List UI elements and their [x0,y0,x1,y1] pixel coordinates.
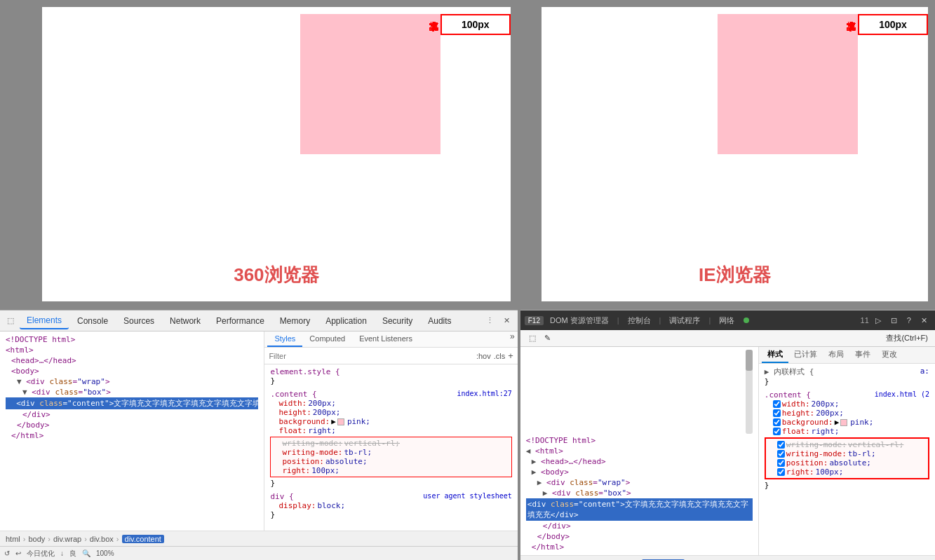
styles-tab-styles[interactable]: Styles [267,332,302,347]
ie-dom-body: ▶ <body> [526,467,753,477]
f12-badge: F12 [525,316,544,325]
ie-content-rule-block: .content { index.html (2 width: 200px; h… [765,390,929,490]
ie-height-checkbox[interactable] [773,409,781,417]
ie-toolbar-close[interactable]: ✕ [917,315,931,327]
element-style-block: element.style { } [270,367,511,385]
dom-line-body: <body> [6,366,258,376]
ie-tab-layout[interactable]: 布局 [823,347,849,363]
ie-tab-styles[interactable]: 样式 [762,347,788,363]
content-rule-header: .content { index.html:27 [270,390,511,399]
dom-line-html: <html> [6,345,258,355]
ie-tab-debugger[interactable]: 调试程序 [666,314,704,327]
div-rule-close: } [270,510,511,519]
status-zoom: 100% [96,549,114,557]
ie-dom-content-selected[interactable]: <div class="content">文字填充充文字填充文字填充充文字填充充… [526,498,753,521]
dom-line-wrap: ▼ <div class="wrap"> [6,376,258,387]
breadcrumb-content-selected[interactable]: div.content [122,535,164,543]
ie-dom-box: ▶ <div class="box"> [526,488,753,498]
css-right-line: right: 100px; [274,466,508,475]
dom-line-box: ▼ <div class="box"> [6,387,258,397]
dom-tree-left: <!DOCTYPE html> <html> <head>…</head> <b… [0,332,264,531]
element-picker-icon[interactable]: ⬚ [3,313,18,329]
ie-wm1-checkbox[interactable] [777,441,785,449]
breadcrumb-box[interactable]: div.box [90,535,114,543]
tab-network[interactable]: Network [163,313,208,329]
devtools-toolbar: ⬚ Elements Console Sources Network Perfo… [0,310,518,332]
ie-element-picker-icon[interactable]: ⬚ [525,331,540,346]
status-refresh-icon[interactable]: ↺ [4,549,10,557]
tab-console[interactable]: Console [70,313,115,329]
dom-line-doctype: <!DOCTYPE html> [6,334,258,345]
ie-badge-11: 11 [861,316,869,325]
ie-inline-style-label: ▶ 内联样式 { a: [765,367,929,377]
ie-dom-html-close: </html> [526,542,753,552]
css-writing-mode-strikethrough: writing-mode: vertical-rl; [274,439,508,448]
breadcrumb-html[interactable]: html [6,535,20,543]
ie-css-writing-mode-tb: writing-mode: tb-rl; [769,449,925,458]
styles-tab-computed[interactable]: Computed [302,332,352,347]
styles-tab-event-listeners[interactable]: Event Listeners [352,332,419,347]
ie-breadcrumb: html › body › div.wrap › div.box › div.c… [520,555,935,560]
tab-security[interactable]: Security [375,313,419,329]
ie-find-label: 查找(Ctrl+F) [886,333,928,343]
ie-right-checkbox[interactable] [777,468,785,476]
more-options-icon[interactable]: ⋮ [483,313,498,329]
main-container: 文字填充文字填充文字填充文字填充文字填充文字填充文字填充文字填充文字填充文字填充… [0,0,935,560]
ie-content-rule-header: .content { index.html (2 [765,390,929,399]
status-search[interactable]: 🔍 [82,549,90,557]
content-rule-close: } [270,479,511,488]
filter-plus-icon[interactable]: + [508,350,513,361]
close-devtools-icon[interactable]: ✕ [499,313,515,329]
ie-background-checkbox[interactable] [773,418,781,426]
ie-tab-changes[interactable]: 更改 [876,347,903,363]
ie-tab-computed[interactable]: 已计算 [788,347,823,363]
filter-cls[interactable]: .cls [494,352,506,360]
ie-toolbar-icon2[interactable]: ⊡ [887,315,901,327]
ie-dom-doctype: <!DOCTYPE html> [526,435,753,446]
ie-toolbar-icon3[interactable]: ? [903,315,915,326]
status-down-icon[interactable]: ↓ [60,549,64,557]
dom-line-html-close: </html> [6,430,258,441]
filter-input[interactable] [269,352,473,360]
dom-line-head: <head>…</head> [6,355,258,366]
breadcrumb-wrap[interactable]: div.wrap [53,535,81,543]
filter-bar: :hov .cls + [264,348,517,364]
ie-tab-console[interactable]: 控制台 [624,314,654,327]
element-style-close: } [270,376,511,385]
div-rule-header: div { user agent stylesheet [270,492,511,501]
dom-line-content-selected[interactable]: <div class="content">文字填充文字填充文字填充文字填充文字填… [6,397,258,409]
ie-dom-div-close: </div> [526,521,753,531]
tab-audits[interactable]: Audits [421,313,458,329]
ie-tab-network[interactable]: 网络 [715,314,738,327]
css-writing-mode-tb: writing-mode: tb-rl; [274,448,508,457]
ie-element-icon2[interactable]: ✎ [540,331,556,346]
tab-memory[interactable]: Memory [273,313,317,329]
breadcrumb-body[interactable]: body [28,535,45,543]
ie-css-rules: ▶ 内联样式 { a: } .content { index.html (2 [759,364,935,555]
ie-wm2-checkbox[interactable] [777,450,785,458]
ie-inline-style-close: } [765,377,929,386]
tab-elements[interactable]: Elements [20,313,69,329]
dom-line-div-close: </div> [6,409,258,420]
status-options[interactable]: 良 [69,549,76,559]
devtools-breadcrumb-left: html › body › div.wrap › div.box › div.c… [0,531,518,546]
ie-float-checkbox[interactable] [773,428,781,435]
ie-pos-checkbox[interactable] [777,459,785,467]
ie-css-background: background: ▶ pink; [765,418,929,427]
tab-sources[interactable]: Sources [116,313,161,329]
ie-width-checkbox[interactable] [773,400,781,408]
ie-dom-scroll [526,350,753,434]
filter-hov[interactable]: :hov [476,352,491,360]
ie-toolbar-icon1[interactable]: ▷ [872,315,884,327]
css-display-line: display: block; [270,501,511,510]
ie-tab-event[interactable]: 事件 [849,347,876,363]
styles-expand-icon[interactable]: » [510,332,515,347]
ie-tab-dom[interactable]: DOM 资源管理器 [546,314,612,327]
status-undo-icon[interactable]: ↩ [15,549,21,557]
ie-writing-mode-highlight: writing-mode: vertical-rl; writing-mode:… [765,437,929,479]
ie-css-width: width: 200px; [765,399,929,409]
tab-performance[interactable]: Performance [209,313,271,329]
tab-application[interactable]: Application [318,313,374,329]
devtools-main: <!DOCTYPE html> <html> <head>…</head> <b… [0,332,518,531]
ie-devtools: F12 DOM 资源管理器 | 控制台 | 调试程序 | 网络 11 ▷ ⊡ ?… [520,310,935,560]
